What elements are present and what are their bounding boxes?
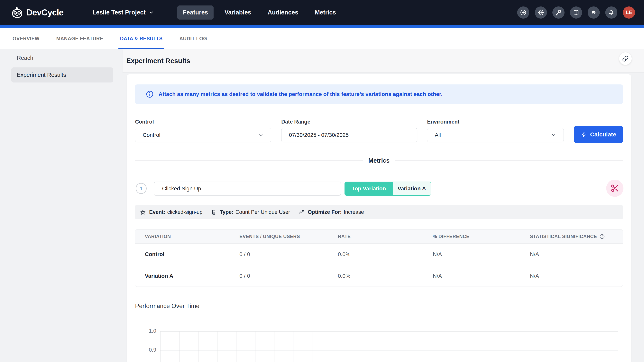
project-name: Leslie Test Project	[92, 9, 146, 16]
row-difference: N/A	[433, 273, 530, 279]
sidebar-item-reach[interactable]: Reach	[17, 55, 33, 61]
chevron-down-icon	[551, 133, 556, 138]
metric-name-value: Clicked Sign Up	[162, 185, 201, 192]
date-range-value: 07/30/2025 - 07/30/2025	[289, 132, 348, 138]
chevron-down-icon	[258, 133, 264, 138]
calculate-button-label: Calculate	[590, 131, 616, 138]
notifications-button[interactable]	[605, 6, 618, 18]
toggle-top-variation[interactable]: Top Variation	[345, 182, 393, 195]
experiment-results-card: Attach as many metrics as desired to val…	[127, 74, 631, 362]
performance-section-header: Performance Over Time	[135, 303, 623, 310]
page-header: Experiment Results	[122, 49, 644, 72]
devcycle-logo[interactable]: DevCycle	[11, 6, 64, 19]
nav-audiences[interactable]: Audiences	[262, 5, 304, 19]
user-avatar[interactable]: LE	[623, 6, 635, 18]
nav-variables[interactable]: Variables	[219, 5, 256, 19]
settings-button[interactable]	[535, 6, 547, 18]
gear-icon	[538, 9, 544, 16]
row-difference: N/A	[433, 251, 530, 257]
y-axis-tickmark	[158, 350, 160, 350]
variation-toggle: Top Variation Variation A	[344, 181, 431, 196]
date-range-label: Date Range	[281, 119, 310, 125]
copy-link-button[interactable]	[619, 52, 632, 65]
environment-select-value: All	[435, 132, 551, 138]
tab-manage-feature[interactable]: MANAGE FEATURE	[56, 28, 103, 49]
col-significance: STATISTICAL SIGNIFICANCE	[530, 234, 623, 239]
row-variation: Control	[135, 251, 240, 257]
nav-metrics[interactable]: Metrics	[309, 5, 342, 19]
primary-nav: Features Variables Audiences Metrics	[177, 5, 342, 19]
metrics-section-divider: Metrics	[135, 157, 623, 164]
date-range-input[interactable]: 07/30/2025 - 07/30/2025	[281, 128, 417, 142]
event-value: clicked-sign-up	[167, 209, 202, 215]
row-rate: 0.0%	[338, 273, 433, 279]
scissors-icon	[610, 184, 619, 192]
remove-metric-button[interactable]	[606, 180, 624, 197]
optimize-label: Optimize For:	[308, 209, 342, 215]
sidebar-item-experiment-results[interactable]: Experiment Results	[11, 67, 113, 82]
trending-up-icon	[298, 209, 304, 215]
brand-name: DevCycle	[26, 8, 64, 17]
add-button[interactable]	[517, 6, 529, 18]
performance-title: Performance Over Time	[135, 303, 200, 310]
top-navigation-bar: DevCycle Leslie Test Project Features Va…	[0, 0, 644, 25]
type-label: Type:	[220, 209, 234, 215]
lightning-bolt-icon	[581, 131, 587, 138]
tab-audit-log[interactable]: AUDIT LOG	[180, 28, 207, 49]
toggle-variation-a[interactable]: Variation A	[393, 182, 431, 195]
table-row: Control 0 / 0 0.0% N/A N/A	[135, 244, 623, 265]
metric-name-input[interactable]: Clicked Sign Up	[154, 181, 341, 196]
info-banner: Attach as many metrics as desired to val…	[135, 84, 623, 104]
metric-summary-row: Event: clicked-sign-up Type: Count Per U…	[135, 205, 623, 219]
api-keys-button[interactable]	[552, 6, 564, 18]
environment-label: Environment	[427, 119, 460, 125]
chevron-down-icon	[149, 10, 154, 15]
metrics-heading: Metrics	[368, 157, 390, 164]
col-rate: RATE	[338, 234, 433, 239]
row-significance: N/A	[530, 251, 623, 257]
devcycle-robot-icon	[11, 6, 24, 19]
row-variation: Variation A	[135, 273, 240, 279]
control-label: Control	[135, 119, 154, 125]
optimize-value: Increase	[344, 209, 364, 215]
row-events: 0 / 0	[240, 251, 338, 257]
docs-button[interactable]	[570, 6, 582, 18]
link-icon	[622, 55, 628, 62]
results-table: VARIATION EVENTS / UNIQUE USERS RATE % D…	[135, 229, 623, 287]
row-events: 0 / 0	[240, 273, 338, 279]
tab-data-and-results[interactable]: DATA & RESULTS	[120, 28, 162, 49]
feature-tab-bar: OVERVIEW MANAGE FEATURE DATA & RESULTS A…	[0, 28, 644, 49]
row-rate: 0.0%	[338, 251, 433, 257]
environment-select[interactable]: All	[427, 128, 564, 142]
topnav-icon-row: LE	[517, 6, 635, 18]
table-row: Variation A 0 / 0 0.0% N/A N/A	[135, 265, 623, 287]
gridline-0-9	[160, 350, 618, 351]
metric-index-badge: 1	[136, 183, 146, 194]
row-significance: N/A	[530, 273, 623, 279]
page-title: Experiment Results	[126, 57, 190, 65]
control-select-value: Control	[143, 132, 258, 138]
accent-strip	[0, 25, 644, 28]
info-banner-text: Attach as many metrics as desired to val…	[158, 91, 442, 97]
discord-icon	[590, 9, 597, 16]
avatar-initials: LE	[626, 9, 632, 15]
nav-features[interactable]: Features	[177, 5, 214, 19]
tab-overview[interactable]: OVERVIEW	[12, 28, 40, 49]
star-icon	[140, 209, 146, 215]
discord-button[interactable]	[588, 6, 600, 18]
type-value: Count Per Unique User	[236, 209, 290, 215]
chart-plot-area	[160, 331, 618, 362]
control-select[interactable]: Control	[135, 128, 271, 142]
y-axis-tick: 0.9	[135, 347, 156, 353]
col-variation: VARIATION	[135, 234, 240, 239]
calculate-button[interactable]: Calculate	[574, 126, 623, 143]
event-label: Event:	[149, 209, 166, 215]
y-axis-tickmark	[158, 331, 160, 331]
book-icon	[573, 9, 580, 16]
info-circle-icon[interactable]	[599, 234, 605, 239]
sidebar-item-label: Experiment Results	[17, 72, 66, 78]
project-selector[interactable]: Leslie Test Project	[92, 9, 154, 16]
col-difference: % DIFFERENCE	[433, 234, 530, 239]
calculator-icon	[211, 209, 217, 215]
plus-circle-icon	[520, 9, 526, 16]
